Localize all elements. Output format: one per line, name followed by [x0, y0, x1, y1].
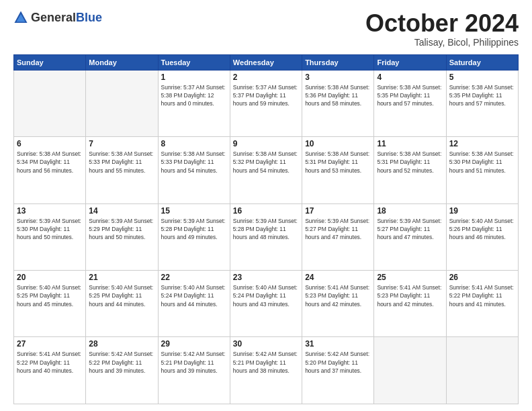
header: GeneralBlue October 2024 Talisay, Bicol,…: [13, 10, 519, 48]
table-row: 27Sunrise: 5:41 AM Sunset: 5:22 PM Dayli…: [14, 337, 86, 404]
col-tuesday: Tuesday: [158, 54, 230, 70]
calendar-week-row: 1Sunrise: 5:37 AM Sunset: 5:38 PM Daylig…: [14, 70, 519, 136]
day-info: Sunrise: 5:41 AM Sunset: 5:22 PM Dayligh…: [17, 350, 83, 375]
calendar-week-row: 27Sunrise: 5:41 AM Sunset: 5:22 PM Dayli…: [14, 337, 519, 404]
day-info: Sunrise: 5:38 AM Sunset: 5:35 PM Dayligh…: [377, 83, 443, 108]
col-saturday: Saturday: [446, 54, 518, 70]
table-row: 28Sunrise: 5:42 AM Sunset: 5:22 PM Dayli…: [86, 337, 158, 404]
table-row: 1Sunrise: 5:37 AM Sunset: 5:38 PM Daylig…: [158, 70, 230, 136]
day-info: Sunrise: 5:38 AM Sunset: 5:35 PM Dayligh…: [449, 83, 515, 108]
location-subtitle: Talisay, Bicol, Philippines: [365, 37, 519, 48]
day-number: 24: [305, 273, 371, 282]
table-row: 29Sunrise: 5:42 AM Sunset: 5:21 PM Dayli…: [158, 337, 230, 404]
day-number: 23: [233, 273, 299, 282]
table-row: 15Sunrise: 5:39 AM Sunset: 5:28 PM Dayli…: [158, 203, 230, 270]
table-row: 19Sunrise: 5:40 AM Sunset: 5:26 PM Dayli…: [446, 203, 518, 270]
day-number: 16: [233, 206, 299, 216]
table-row: 20Sunrise: 5:40 AM Sunset: 5:25 PM Dayli…: [14, 271, 86, 337]
calendar-table: Sunday Monday Tuesday Wednesday Thursday…: [13, 54, 519, 404]
day-info: Sunrise: 5:38 AM Sunset: 5:34 PM Dayligh…: [17, 150, 83, 175]
day-info: Sunrise: 5:38 AM Sunset: 5:33 PM Dayligh…: [161, 150, 227, 175]
day-info: Sunrise: 5:38 AM Sunset: 5:36 PM Dayligh…: [305, 83, 371, 108]
day-number: 29: [161, 339, 227, 349]
table-row: 3Sunrise: 5:38 AM Sunset: 5:36 PM Daylig…: [302, 70, 374, 136]
day-info: Sunrise: 5:42 AM Sunset: 5:21 PM Dayligh…: [161, 350, 227, 375]
day-number: 22: [161, 273, 227, 282]
day-info: Sunrise: 5:39 AM Sunset: 5:30 PM Dayligh…: [17, 217, 83, 242]
day-info: Sunrise: 5:38 AM Sunset: 5:32 PM Dayligh…: [233, 150, 299, 175]
table-row: 11Sunrise: 5:38 AM Sunset: 5:31 PM Dayli…: [374, 137, 446, 203]
day-info: Sunrise: 5:42 AM Sunset: 5:20 PM Dayligh…: [305, 350, 371, 375]
table-row: 10Sunrise: 5:38 AM Sunset: 5:31 PM Dayli…: [302, 137, 374, 203]
table-row: 6Sunrise: 5:38 AM Sunset: 5:34 PM Daylig…: [14, 137, 86, 203]
day-number: 19: [449, 206, 515, 216]
day-number: 4: [377, 73, 443, 82]
day-info: Sunrise: 5:40 AM Sunset: 5:25 PM Dayligh…: [89, 283, 154, 308]
day-number: 17: [305, 206, 371, 216]
table-row: 31Sunrise: 5:42 AM Sunset: 5:20 PM Dayli…: [302, 337, 374, 404]
calendar-week-row: 6Sunrise: 5:38 AM Sunset: 5:34 PM Daylig…: [14, 137, 519, 203]
day-info: Sunrise: 5:42 AM Sunset: 5:22 PM Dayligh…: [89, 350, 154, 375]
table-row: 12Sunrise: 5:38 AM Sunset: 5:30 PM Dayli…: [446, 137, 518, 203]
day-number: 18: [377, 206, 443, 216]
table-row: 2Sunrise: 5:37 AM Sunset: 5:37 PM Daylig…: [230, 70, 302, 136]
day-number: 31: [305, 339, 371, 349]
table-row: 4Sunrise: 5:38 AM Sunset: 5:35 PM Daylig…: [374, 70, 446, 136]
table-row: 24Sunrise: 5:41 AM Sunset: 5:23 PM Dayli…: [302, 271, 374, 337]
table-row: 18Sunrise: 5:39 AM Sunset: 5:27 PM Dayli…: [374, 203, 446, 270]
day-info: Sunrise: 5:37 AM Sunset: 5:37 PM Dayligh…: [233, 83, 299, 108]
table-row: 17Sunrise: 5:39 AM Sunset: 5:27 PM Dayli…: [302, 203, 374, 270]
logo-icon: [13, 10, 28, 25]
day-number: 30: [233, 339, 299, 349]
day-info: Sunrise: 5:39 AM Sunset: 5:29 PM Dayligh…: [89, 217, 154, 242]
table-row: 21Sunrise: 5:40 AM Sunset: 5:25 PM Dayli…: [86, 271, 158, 337]
day-number: 9: [233, 139, 299, 148]
table-row: 26Sunrise: 5:41 AM Sunset: 5:22 PM Dayli…: [446, 271, 518, 337]
table-row: 23Sunrise: 5:40 AM Sunset: 5:24 PM Dayli…: [230, 271, 302, 337]
table-row: 16Sunrise: 5:39 AM Sunset: 5:28 PM Dayli…: [230, 203, 302, 270]
day-info: Sunrise: 5:39 AM Sunset: 5:27 PM Dayligh…: [377, 217, 443, 242]
table-row: 7Sunrise: 5:38 AM Sunset: 5:33 PM Daylig…: [86, 137, 158, 203]
logo-blue: Blue: [76, 11, 102, 24]
day-number: 15: [161, 206, 227, 216]
day-number: 26: [449, 273, 515, 282]
day-number: 8: [161, 139, 227, 148]
col-sunday: Sunday: [14, 54, 86, 70]
day-info: Sunrise: 5:41 AM Sunset: 5:22 PM Dayligh…: [449, 283, 515, 308]
day-info: Sunrise: 5:40 AM Sunset: 5:24 PM Dayligh…: [233, 283, 299, 308]
col-monday: Monday: [86, 54, 158, 70]
logo-text: GeneralBlue: [31, 11, 102, 25]
day-info: Sunrise: 5:40 AM Sunset: 5:24 PM Dayligh…: [161, 283, 227, 308]
table-row: 8Sunrise: 5:38 AM Sunset: 5:33 PM Daylig…: [158, 137, 230, 203]
logo-general: General: [31, 11, 76, 24]
day-info: Sunrise: 5:40 AM Sunset: 5:26 PM Dayligh…: [449, 217, 515, 242]
day-number: 25: [377, 273, 443, 282]
day-info: Sunrise: 5:40 AM Sunset: 5:25 PM Dayligh…: [17, 283, 83, 308]
table-row: [446, 337, 518, 404]
day-info: Sunrise: 5:38 AM Sunset: 5:31 PM Dayligh…: [377, 150, 443, 175]
calendar-week-row: 20Sunrise: 5:40 AM Sunset: 5:25 PM Dayli…: [14, 271, 519, 337]
calendar-header-row: Sunday Monday Tuesday Wednesday Thursday…: [14, 54, 519, 70]
table-row: 9Sunrise: 5:38 AM Sunset: 5:32 PM Daylig…: [230, 137, 302, 203]
table-row: [14, 70, 86, 136]
day-info: Sunrise: 5:39 AM Sunset: 5:27 PM Dayligh…: [305, 217, 371, 242]
table-row: 25Sunrise: 5:41 AM Sunset: 5:23 PM Dayli…: [374, 271, 446, 337]
day-info: Sunrise: 5:37 AM Sunset: 5:38 PM Dayligh…: [161, 83, 227, 108]
table-row: 22Sunrise: 5:40 AM Sunset: 5:24 PM Dayli…: [158, 271, 230, 337]
col-wednesday: Wednesday: [230, 54, 302, 70]
calendar-week-row: 13Sunrise: 5:39 AM Sunset: 5:30 PM Dayli…: [14, 203, 519, 270]
day-number: 10: [305, 139, 371, 148]
table-row: [86, 70, 158, 136]
page: GeneralBlue October 2024 Talisay, Bicol,…: [0, 0, 532, 411]
day-number: 21: [89, 273, 154, 282]
day-number: 13: [17, 206, 83, 216]
logo: GeneralBlue: [13, 10, 102, 25]
day-info: Sunrise: 5:38 AM Sunset: 5:31 PM Dayligh…: [305, 150, 371, 175]
day-info: Sunrise: 5:39 AM Sunset: 5:28 PM Dayligh…: [233, 217, 299, 242]
table-row: 30Sunrise: 5:42 AM Sunset: 5:21 PM Dayli…: [230, 337, 302, 404]
month-title: October 2024: [365, 10, 519, 37]
day-info: Sunrise: 5:42 AM Sunset: 5:21 PM Dayligh…: [233, 350, 299, 375]
day-info: Sunrise: 5:38 AM Sunset: 5:30 PM Dayligh…: [449, 150, 515, 175]
col-friday: Friday: [374, 54, 446, 70]
table-row: 5Sunrise: 5:38 AM Sunset: 5:35 PM Daylig…: [446, 70, 518, 136]
